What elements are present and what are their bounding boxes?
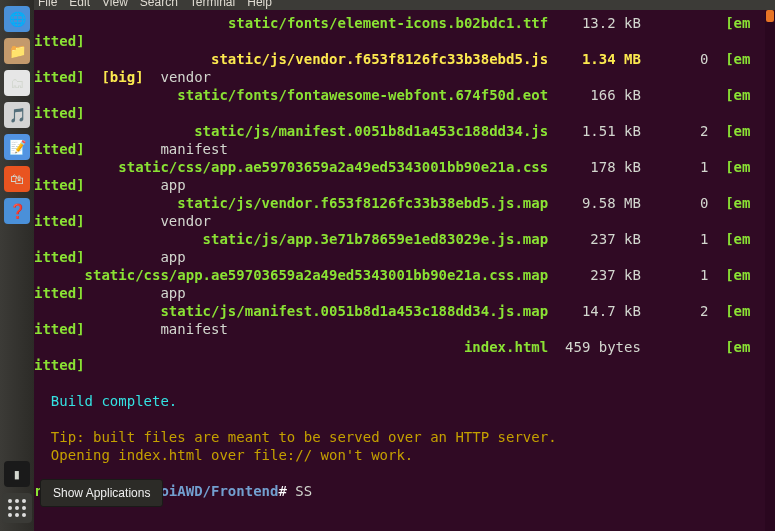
scrollbar[interactable]	[765, 10, 775, 531]
launcher-app-3[interactable]: 🗂	[4, 70, 30, 96]
launcher-app-7[interactable]: ❓	[4, 198, 30, 224]
terminal-output[interactable]: static/fonts/element-icons.b02bdc1.ttf 1…	[34, 10, 775, 500]
launcher-app-6[interactable]: 🛍	[4, 166, 30, 192]
menu-file[interactable]: File	[38, 0, 57, 4]
launcher-app-5[interactable]: 📝	[4, 134, 30, 160]
launcher-app-1[interactable]: 🌐	[4, 6, 30, 32]
menu-view[interactable]: View	[102, 0, 128, 4]
launcher: 🌐 📁 🗂 🎵 📝 🛍 ❓ ▮	[0, 0, 34, 531]
menu-search[interactable]: Search	[140, 0, 178, 4]
tooltip-show-applications: Show Applications	[40, 479, 163, 507]
menu-terminal[interactable]: Terminal	[190, 0, 235, 4]
menu-edit[interactable]: Edit	[69, 0, 90, 4]
launcher-app-4[interactable]: 🎵	[4, 102, 30, 128]
show-applications-button[interactable]	[2, 493, 32, 523]
scroll-thumb[interactable]	[766, 10, 774, 22]
menu-help[interactable]: Help	[247, 0, 272, 4]
launcher-terminal[interactable]: ▮	[4, 461, 30, 487]
terminal-menubar: File Edit View Search Terminal Help	[34, 0, 775, 10]
terminal-window: File Edit View Search Terminal Help stat…	[34, 0, 775, 531]
launcher-app-2[interactable]: 📁	[4, 38, 30, 64]
